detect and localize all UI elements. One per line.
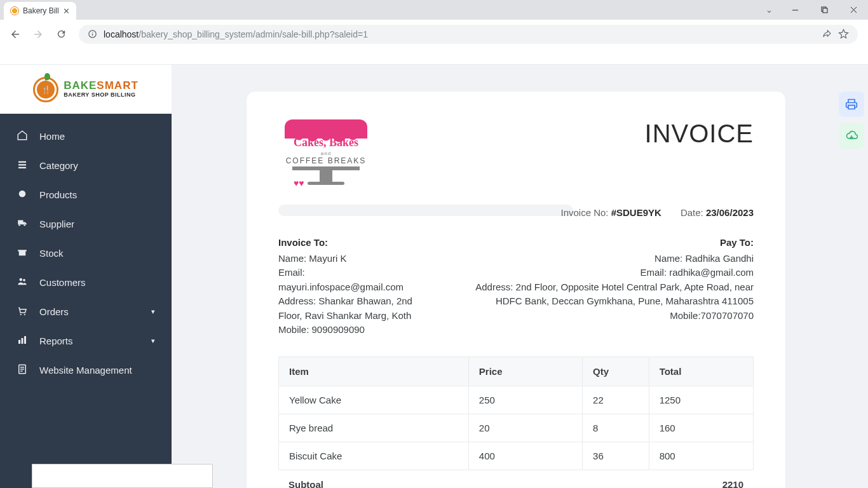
invoice-to-email: Email: mayuri.infospace@gmail.com [278,266,428,294]
reload-button[interactable] [52,25,70,43]
invoice-card: Cakes, Bakes and COFFEE BREAKS ♥♥ INVOIC… [247,92,785,488]
invoice-date-label: Date: [681,207,706,218]
chevron-down-icon: ▾ [151,337,155,345]
logo-title: BAKESMART [64,80,139,92]
invoice-heading: INVOICE [645,119,754,148]
sidebar-item-label: Products [39,189,77,200]
sidebar-item-supplier[interactable]: Supplier [0,209,172,238]
invoice-to-name: Name: Mayuri K [278,252,428,266]
browser-tabstrip: Bakery Bill ✕ ⌄ [0,0,868,20]
pay-to-heading: Pay To: [454,236,754,250]
chevron-down-icon[interactable]: ⌄ [766,5,773,15]
cell-total: 160 [649,414,753,442]
col-price: Price [468,356,582,386]
browser-tab[interactable]: Bakery Bill ✕ [4,2,76,20]
sidebar-item-reports[interactable]: Reports▾ [0,326,172,355]
invoice-meta: Invoice No: #SDUE9YK Date: 23/06/2023 [278,207,754,218]
sidebar-item-label: Orders [39,306,69,317]
doc-icon [17,363,28,377]
sidebar-item-category[interactable]: Category [0,151,172,180]
printer-icon [845,98,858,111]
sidebar-item-label: Category [39,160,78,171]
col-total: Total [649,356,753,386]
print-button[interactable] [839,92,864,117]
invoice-to-address: Address: Shankar Bhawan, 2nd Floor, Ravi… [278,294,428,323]
logo-icon: 🍴 [33,77,58,102]
toolbar-divider [0,48,868,65]
cloud-download-icon [845,130,858,142]
invoice-items-table: Item Price Qty Total Yellow Cake25022125… [278,356,754,470]
sidebar-nav: HomeCategoryProductsSupplierStockCustome… [0,114,172,488]
cell-item: Rye bread [279,414,469,442]
truck-icon [17,217,28,231]
list-icon [17,159,28,172]
sidebar-item-label: Stock [39,248,64,259]
info-icon [88,29,97,39]
bakery-logo: Cakes, Bakes and COFFEE BREAKS ♥♥ [278,119,380,189]
invoice-to: Invoice To: Name: Mayuri K Email: mayuri… [278,236,428,337]
close-window-button[interactable] [839,0,868,20]
sidebar-item-label: Customers [39,277,86,288]
sidebar-item-home[interactable]: Home [0,121,172,151]
browser-toolbar: localhost/bakery_shop_billing_system/adm… [0,20,868,48]
sidebar-item-customers[interactable]: Customers [0,268,172,297]
sidebar-item-orders[interactable]: Orders▾ [0,297,172,326]
content-scroll[interactable]: Cakes, Bakes and COFFEE BREAKS ♥♥ INVOIC… [172,65,868,488]
sidebar-item-label: Reports [39,336,73,346]
app-logo[interactable]: 🍴 BAKESMART BAKERY SHOP BILLING [0,65,172,114]
svg-rect-17 [22,338,24,344]
sidebar-item-products[interactable]: Products [0,180,172,209]
minimize-button[interactable] [780,0,810,20]
app-shell: 🍴 BAKESMART BAKERY SHOP BILLING HomeCate… [0,65,868,488]
logo-subtitle: BAKERY SHOP BILLING [64,92,139,98]
content-area: Cakes, Bakes and COFFEE BREAKS ♥♥ INVOIC… [172,65,868,488]
pay-to-address: Address: 2nd Floor, Opposite Hotel Centr… [454,280,754,309]
cell-item: Yellow Cake [279,386,469,414]
svg-point-13 [23,278,25,281]
col-qty: Qty [583,356,649,386]
cell-price: 250 [468,386,582,414]
circle-icon [17,188,28,201]
cell-price: 20 [468,414,582,442]
svg-rect-9 [18,164,26,165]
pay-to-name: Name: Radhika Gandhi [454,252,754,266]
close-tab-icon[interactable]: ✕ [63,6,70,16]
home-icon [17,130,28,143]
tab-title: Bakery Bill [23,6,59,15]
star-icon[interactable] [838,29,849,39]
chevron-down-icon: ▾ [151,308,155,316]
cell-qty: 8 [583,414,649,442]
svg-point-11 [19,190,26,197]
download-button[interactable] [839,123,864,149]
invoice-to-heading: Invoice To: [278,236,428,250]
box-icon [17,247,28,260]
maximize-button[interactable] [810,0,839,20]
share-icon[interactable] [822,29,832,39]
url-text: localhost/bakery_shop_billing_system/adm… [104,29,815,39]
svg-rect-16 [18,340,20,344]
sidebar-item-stock[interactable]: Stock [0,238,172,268]
svg-rect-8 [18,161,26,162]
tab-favicon [10,6,19,15]
cell-total: 800 [649,442,753,470]
invoice-actions [839,92,864,149]
pay-to-mobile: Mobile:7070707070 [454,309,754,323]
forward-button[interactable] [29,25,47,43]
svg-point-12 [20,278,23,281]
svg-point-15 [24,313,25,315]
table-row: Rye bread208160 [279,414,754,442]
status-input[interactable] [32,464,213,488]
pay-to-email: Email: radhika@gmail.com [454,266,754,280]
sidebar-item-website-management[interactable]: Website Management [0,355,172,384]
col-item: Item [279,356,469,386]
address-bar[interactable]: localhost/bakery_shop_billing_system/adm… [79,25,858,44]
back-button[interactable] [6,25,24,43]
cell-qty: 36 [583,442,649,470]
invoice-no-label: Invoice No: [560,207,611,218]
sidebar: 🍴 BAKESMART BAKERY SHOP BILLING HomeCate… [0,65,172,488]
subtotal-label: Subtoal [278,470,550,489]
chart-icon [17,334,28,348]
sidebar-item-label: Home [39,131,65,142]
subtotal-value: 2210 [550,470,754,489]
sidebar-item-label: Website Management [39,365,132,376]
